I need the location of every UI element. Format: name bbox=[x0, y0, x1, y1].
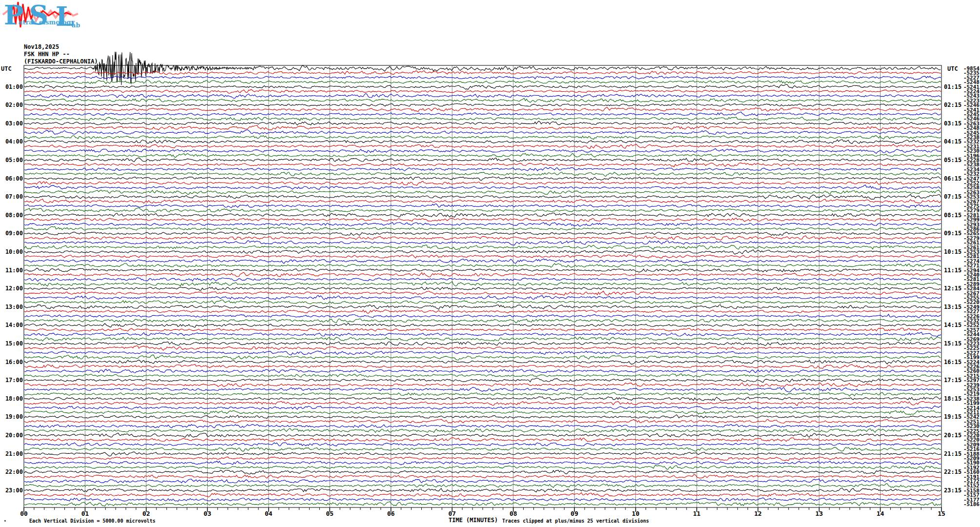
seismo-trace bbox=[24, 365, 941, 368]
seismo-trace bbox=[24, 406, 941, 409]
seismo-trace bbox=[24, 125, 941, 130]
seismo-trace bbox=[24, 419, 941, 423]
seismo-trace bbox=[24, 167, 941, 171]
seismo-trace bbox=[24, 493, 941, 497]
seismo-trace bbox=[24, 282, 941, 286]
seismo-trace bbox=[24, 185, 941, 189]
seismo-trace bbox=[24, 182, 941, 185]
seismo-trace bbox=[24, 103, 941, 106]
seismo-trace bbox=[24, 241, 941, 245]
seismo-trace bbox=[24, 148, 941, 153]
seismo-trace bbox=[24, 387, 941, 392]
seismo-trace bbox=[24, 378, 941, 383]
seismo-trace bbox=[24, 136, 941, 140]
seismo-trace bbox=[24, 259, 941, 264]
scale-note: Each Vertical Division = 5000.00 microvo… bbox=[29, 518, 156, 524]
seismo-trace bbox=[24, 130, 941, 135]
seismo-trace bbox=[24, 428, 941, 433]
helicorder-page: P atras S eismology L ab Nov18,2025 FSK … bbox=[0, 0, 980, 527]
seismo-trace bbox=[24, 337, 941, 341]
seismo-trace bbox=[24, 254, 941, 258]
seismo-trace bbox=[24, 140, 941, 144]
seismo-trace bbox=[24, 121, 941, 125]
seismo-trace bbox=[24, 300, 941, 304]
seismo-trace bbox=[24, 346, 941, 351]
seismo-trace bbox=[24, 351, 941, 355]
seismo-trace bbox=[24, 98, 941, 102]
seismo-trace bbox=[24, 415, 941, 419]
seismo-trace bbox=[24, 411, 941, 415]
seismo-trace bbox=[24, 208, 941, 212]
seismo-trace bbox=[24, 287, 941, 290]
seismo-trace bbox=[24, 323, 941, 327]
seismo-trace bbox=[24, 355, 941, 360]
seismo-trace bbox=[24, 360, 941, 365]
seismo-trace bbox=[24, 425, 941, 428]
seismo-trace bbox=[24, 314, 941, 318]
seismo-trace bbox=[24, 236, 941, 240]
seismo-trace bbox=[24, 250, 941, 254]
seismo-trace bbox=[24, 71, 941, 75]
seismo-trace bbox=[24, 488, 941, 492]
helicorder-plot bbox=[0, 0, 980, 527]
seismo-trace bbox=[24, 52, 941, 85]
seismo-trace bbox=[24, 452, 941, 456]
seismo-trace bbox=[24, 223, 941, 226]
corner-mark: ₘ bbox=[4, 518, 6, 523]
clip-note: Traces clipped at plus/minus 25 vertical… bbox=[502, 518, 649, 524]
seismo-trace bbox=[24, 332, 941, 337]
seismo-trace bbox=[24, 245, 941, 249]
seismo-trace bbox=[24, 268, 941, 272]
seismo-trace bbox=[24, 153, 941, 158]
seismo-trace bbox=[24, 397, 941, 401]
seismo-trace bbox=[24, 342, 941, 345]
seismo-trace bbox=[24, 470, 941, 474]
seismo-trace bbox=[24, 461, 941, 465]
seismo-trace bbox=[24, 80, 941, 84]
seismo-trace bbox=[24, 474, 941, 478]
seismo-trace bbox=[24, 479, 941, 483]
seismo-trace bbox=[24, 194, 941, 199]
seismo-trace bbox=[24, 158, 941, 162]
seismo-trace bbox=[24, 213, 941, 217]
seismo-trace bbox=[24, 89, 941, 94]
seismo-trace bbox=[24, 232, 941, 236]
seismo-trace bbox=[24, 433, 941, 437]
seismo-trace bbox=[24, 328, 941, 331]
seismo-trace bbox=[24, 291, 941, 295]
seismo-trace bbox=[24, 319, 941, 323]
seismo-trace bbox=[24, 204, 941, 208]
seismo-trace bbox=[24, 466, 941, 470]
seismo-trace bbox=[24, 457, 941, 461]
seismo-trace bbox=[24, 272, 941, 277]
seismo-trace bbox=[24, 177, 941, 180]
seismo-trace bbox=[24, 383, 941, 386]
seismo-trace bbox=[24, 392, 941, 396]
seismo-trace bbox=[24, 84, 941, 89]
seismo-trace bbox=[24, 374, 941, 377]
seismo-trace bbox=[24, 163, 941, 167]
seismo-trace bbox=[24, 226, 941, 230]
seismo-trace bbox=[24, 484, 941, 487]
seismo-trace bbox=[24, 310, 941, 314]
seismo-trace bbox=[24, 264, 941, 267]
seismo-trace bbox=[24, 107, 941, 112]
seismo-trace bbox=[24, 438, 941, 442]
seismo-trace bbox=[24, 199, 941, 203]
seismo-trace bbox=[24, 443, 941, 446]
seismo-trace bbox=[24, 94, 941, 99]
seismo-trace bbox=[24, 117, 941, 121]
seismo-trace bbox=[24, 144, 941, 149]
x-axis-title: TIME (MINUTES) bbox=[449, 517, 498, 524]
seismo-trace bbox=[24, 295, 941, 300]
seismo-trace bbox=[24, 218, 941, 222]
seismo-trace bbox=[24, 172, 941, 177]
seismo-trace bbox=[24, 502, 941, 506]
seismo-trace bbox=[24, 190, 941, 194]
seismo-trace bbox=[24, 112, 941, 116]
seismo-trace bbox=[24, 278, 941, 282]
seismo-trace bbox=[24, 498, 941, 501]
seismo-trace bbox=[24, 402, 941, 406]
seismo-trace bbox=[24, 304, 941, 309]
seismo-trace bbox=[24, 369, 941, 373]
